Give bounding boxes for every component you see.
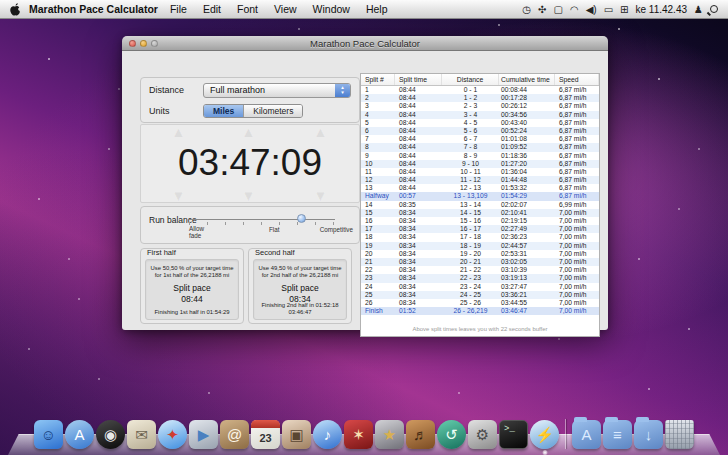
- user-switch-icon[interactable]: ♟: [694, 0, 703, 19]
- table-row[interactable]: 2608:3425 - 2603:44:557,00 mi/h: [361, 299, 599, 307]
- table-row[interactable]: 908:448 - 901:18:366,87 mi/h: [361, 152, 599, 160]
- dock-icon-trash[interactable]: [665, 420, 694, 449]
- table-row[interactable]: 2108:3420 - 2103:02:057,00 mi/h: [361, 258, 599, 266]
- table-row[interactable]: 1408:3513 - 1402:02:076,99 mi/h: [361, 201, 599, 209]
- dock-icon-itunes[interactable]: ♪: [313, 420, 342, 449]
- dock-icon-address-book[interactable]: @: [220, 420, 249, 449]
- table-cell: 01:01:08: [499, 135, 555, 143]
- table-row[interactable]: 1608:3415 - 1602:19:157,00 mi/h: [361, 217, 599, 225]
- table-row[interactable]: Halfway00:5713 - 13,10901:54:296,87 mi/h: [361, 192, 599, 200]
- dock-icon-system-preferences[interactable]: ⚙: [468, 420, 497, 449]
- table-row[interactable]: 1308:4412 - 1301:53:326,87 mi/h: [361, 184, 599, 192]
- dock-icon-imovie[interactable]: ★: [375, 420, 404, 449]
- distance-value: Full marathon: [210, 85, 265, 95]
- column-header[interactable]: Split #: [361, 74, 395, 85]
- dock-icon-mail[interactable]: ✉: [127, 420, 156, 449]
- table-cell: 25 - 26: [442, 299, 499, 307]
- units-option-kilometers[interactable]: Kilometers: [243, 105, 302, 117]
- table-row[interactable]: 2308:3422 - 2303:19:137,00 mi/h: [361, 274, 599, 282]
- dock-icon-garageband[interactable]: ♬: [406, 420, 435, 449]
- table-cell: 7,00 mi/h: [555, 209, 599, 217]
- garageband-glyph: ♬: [413, 426, 428, 443]
- table-header: Split #Split timeDistanceCumulative time…: [361, 74, 599, 86]
- close-button[interactable]: [129, 40, 136, 47]
- volume-icon[interactable]: ◀): [586, 0, 597, 19]
- zoom-button[interactable]: [151, 40, 158, 47]
- dock-icon-finder[interactable]: ☺: [34, 420, 63, 449]
- dock-icon-folder-downloads[interactable]: ↓: [634, 420, 663, 449]
- table-cell: 08:44: [395, 176, 442, 184]
- spotlight-icon[interactable]: [710, 5, 718, 13]
- dock-icon-front-row[interactable]: ✶: [344, 420, 373, 449]
- table-cell: 25: [361, 291, 395, 299]
- dock-icon-folder-documents[interactable]: ≡: [603, 420, 632, 449]
- menu-font[interactable]: Font: [229, 3, 266, 15]
- table-cell: 7 - 8: [442, 143, 499, 151]
- table-cell: 08:44: [395, 143, 442, 151]
- battery-icon[interactable]: ▭: [604, 0, 613, 19]
- table-cell: 12 - 13: [442, 184, 499, 192]
- table-row[interactable]: 308:442 - 300:26:126,87 mi/h: [361, 102, 599, 110]
- menu-window[interactable]: Window: [305, 3, 358, 15]
- table-row[interactable]: 1208:4411 - 1201:44:486,87 mi/h: [361, 176, 599, 184]
- table-row[interactable]: 508:444 - 500:43:406,87 mi/h: [361, 119, 599, 127]
- table-row[interactable]: 2408:3423 - 2403:27:477,00 mi/h: [361, 283, 599, 291]
- dock-icon-photo-booth[interactable]: ▣: [282, 420, 311, 449]
- table-cell: 08:44: [395, 160, 442, 168]
- table-row[interactable]: 608:445 - 600:52:246,87 mi/h: [361, 127, 599, 135]
- run-balance-slider-thumb[interactable]: [297, 214, 306, 223]
- minimize-button[interactable]: [140, 40, 147, 47]
- run-balance-slider-track[interactable]: [189, 219, 335, 220]
- table-row[interactable]: 1508:3414 - 1502:10:417,00 mi/h: [361, 209, 599, 217]
- table-row[interactable]: 708:446 - 701:01:086,87 mi/h: [361, 135, 599, 143]
- units-option-miles[interactable]: Miles: [204, 105, 243, 117]
- dock-icon-facetime[interactable]: ▶: [189, 420, 218, 449]
- table-row[interactable]: 2008:3419 - 2002:53:317,00 mi/h: [361, 250, 599, 258]
- dock-icon-dashboard[interactable]: ◉: [96, 420, 125, 449]
- column-header[interactable]: Speed: [555, 74, 599, 85]
- table-row[interactable]: 408:443 - 400:34:566,87 mi/h: [361, 111, 599, 119]
- table-cell: 1: [361, 86, 395, 94]
- table-row[interactable]: 1908:3418 - 1902:44:577,00 mi/h: [361, 242, 599, 250]
- table-row[interactable]: 2208:3421 - 2203:10:397,00 mi/h: [361, 266, 599, 274]
- dock-icon-folder-applications[interactable]: A: [572, 420, 601, 449]
- menu-help[interactable]: Help: [358, 3, 396, 15]
- table-row[interactable]: 108:440 - 100:08:446,87 mi/h: [361, 86, 599, 94]
- table-row[interactable]: Finish01:5226 - 26,21903:46:477,00 mi/h: [361, 307, 599, 315]
- window-titlebar[interactable]: Marathon Pace Calculator: [122, 36, 608, 51]
- table-row[interactable]: 1808:3417 - 1802:36:237,00 mi/h: [361, 233, 599, 241]
- dock-icon-app-store[interactable]: A: [65, 420, 94, 449]
- dock-icon-safari[interactable]: ✦: [158, 420, 187, 449]
- dock-icon-marathon-pace-calculator[interactable]: ⚡: [530, 420, 559, 449]
- menubar-app-name[interactable]: Marathon Pace Calculator: [29, 3, 158, 15]
- dock-icon-ical[interactable]: 23: [251, 420, 280, 449]
- table-row[interactable]: 2508:3424 - 2503:36:217,00 mi/h: [361, 291, 599, 299]
- table-row[interactable]: 1108:4410 - 1101:36:046,87 mi/h: [361, 168, 599, 176]
- input-menu-icon[interactable]: ⊞: [620, 0, 628, 19]
- dock-icon-terminal[interactable]: >_: [499, 420, 528, 449]
- mail-glyph: ✉: [135, 426, 148, 444]
- distance-popup[interactable]: Full marathon ▲▼: [203, 83, 351, 98]
- wifi-icon[interactable]: ◠: [570, 0, 579, 19]
- table-row[interactable]: 1708:3416 - 1702:27:497,00 mi/h: [361, 225, 599, 233]
- table-row[interactable]: 1008:449 - 1001:27:206,87 mi/h: [361, 160, 599, 168]
- second-half-title: Second half: [255, 248, 295, 257]
- menubar-clock[interactable]: ke 11.42.43: [636, 4, 688, 15]
- table-row[interactable]: 208:441 - 200:17:286,87 mi/h: [361, 94, 599, 102]
- menu-view[interactable]: View: [266, 3, 305, 15]
- menu-edit[interactable]: Edit: [195, 3, 229, 15]
- keyboard-access-icon[interactable]: ✣: [538, 0, 546, 19]
- table-footnote: Above split times leaves you with 22 sec…: [361, 326, 599, 332]
- target-time-field[interactable]: 03:47:09: [141, 142, 359, 184]
- table-row[interactable]: 808:447 - 801:09:526,87 mi/h: [361, 143, 599, 151]
- column-header[interactable]: Cumulative time: [499, 74, 555, 85]
- table-cell: 10: [361, 160, 395, 168]
- apple-menu-icon[interactable]: [10, 3, 21, 16]
- menu-file[interactable]: File: [162, 3, 195, 15]
- clock-icon[interactable]: ◷: [522, 0, 531, 19]
- column-header[interactable]: Distance: [442, 74, 499, 85]
- displays-icon[interactable]: ▢: [553, 0, 562, 19]
- dock-icon-time-machine[interactable]: ↺: [437, 420, 466, 449]
- table-cell: 6,87 mi/h: [555, 86, 599, 94]
- column-header[interactable]: Split time: [395, 74, 442, 85]
